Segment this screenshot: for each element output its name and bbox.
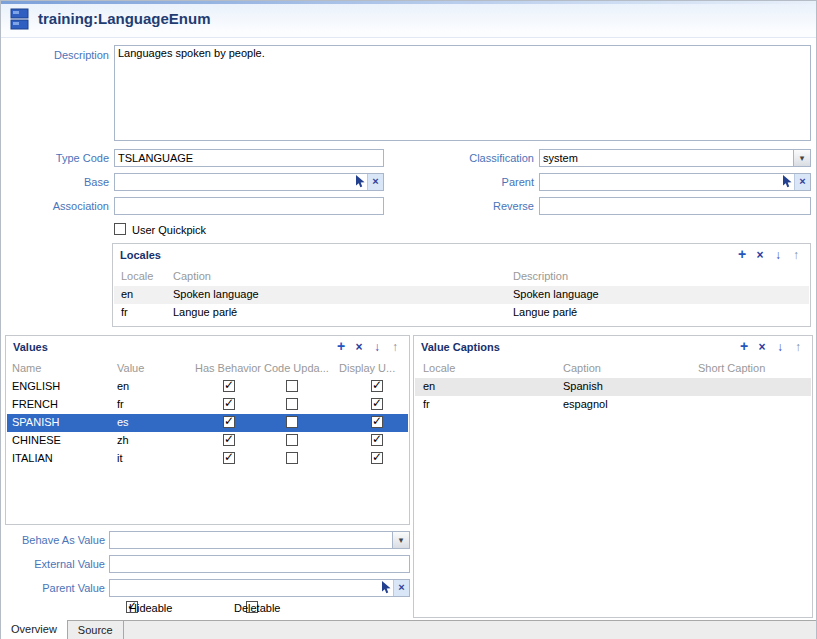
- move-down-icon[interactable]: ↓: [769, 247, 787, 263]
- locales-section: Locales + × ↓ ↑ Locale Caption Descripti…: [112, 243, 811, 327]
- behave-as-value-select[interactable]: ▾: [109, 531, 410, 549]
- display-update-checkbox[interactable]: [371, 416, 383, 428]
- parent-input[interactable]: [540, 175, 779, 189]
- value-captions-section: Value Captions + × ↓ ↑ Locale Caption Sh…: [413, 335, 813, 618]
- display-update-checkbox[interactable]: [371, 434, 383, 446]
- move-down-icon[interactable]: ↓: [771, 339, 789, 355]
- delete-icon[interactable]: ×: [753, 339, 771, 355]
- parent-field: ×: [539, 173, 811, 191]
- column-header: Locale: [423, 362, 455, 374]
- has-behavior-checkbox[interactable]: [223, 398, 235, 410]
- value-captions-table-header: Locale Caption Short Caption: [415, 362, 811, 378]
- type-code-label: Type Code: [1, 152, 109, 164]
- cell-name: CHINESE: [12, 434, 61, 446]
- classification-select[interactable]: system ▾: [539, 149, 811, 167]
- display-update-checkbox[interactable]: [371, 452, 383, 464]
- add-icon[interactable]: +: [332, 339, 350, 355]
- user-quickpick-label: User Quickpick: [132, 224, 206, 236]
- tab-source[interactable]: Source: [68, 621, 124, 639]
- external-value-input[interactable]: [109, 555, 410, 573]
- chevron-down-icon[interactable]: ▾: [793, 150, 810, 166]
- code-update-checkbox[interactable]: [286, 452, 298, 464]
- values-row[interactable]: SPANISH es: [7, 414, 408, 432]
- base-input[interactable]: [115, 175, 352, 189]
- has-behavior-checkbox[interactable]: [223, 452, 235, 464]
- cell-description: Spoken language: [513, 288, 599, 300]
- cell-caption: Spanish: [563, 380, 603, 392]
- cell-value: zh: [117, 434, 129, 446]
- chevron-down-icon[interactable]: ▾: [392, 532, 409, 548]
- delete-icon[interactable]: ×: [751, 247, 769, 263]
- association-input[interactable]: [114, 197, 384, 215]
- column-header: Caption: [173, 270, 211, 282]
- values-toolbar: + × ↓ ↑: [332, 339, 404, 355]
- values-row[interactable]: ENGLISH en: [7, 378, 408, 396]
- move-up-icon[interactable]: ↑: [789, 339, 807, 355]
- display-update-checkbox[interactable]: [371, 398, 383, 410]
- clear-icon[interactable]: ×: [393, 580, 409, 596]
- values-title: Values: [13, 341, 48, 353]
- cell-caption: Langue parlé: [173, 306, 237, 318]
- locale-row[interactable]: fr Langue parlé Langue parlé: [114, 304, 809, 322]
- code-update-checkbox[interactable]: [286, 434, 298, 446]
- locale-row[interactable]: en Spoken language Spoken language: [114, 286, 809, 304]
- cell-caption: Spoken language: [173, 288, 259, 300]
- move-up-icon[interactable]: ↑: [787, 247, 805, 263]
- cell-name: ENGLISH: [12, 380, 60, 392]
- values-row[interactable]: ITALIAN it: [7, 450, 408, 468]
- base-field: ×: [114, 173, 384, 191]
- add-icon[interactable]: +: [733, 247, 751, 263]
- base-label: Base: [1, 176, 109, 188]
- has-behavior-checkbox[interactable]: [223, 380, 235, 392]
- move-down-icon[interactable]: ↓: [368, 339, 386, 355]
- enum-type-icon: [10, 8, 31, 33]
- column-header: Locale: [121, 270, 153, 282]
- values-row[interactable]: FRENCH fr: [7, 396, 408, 414]
- code-update-checkbox[interactable]: [286, 398, 298, 410]
- cell-value: en: [117, 380, 129, 392]
- column-header: Name: [12, 362, 41, 374]
- reverse-input[interactable]: [539, 197, 811, 215]
- hideable-label: Hideable: [129, 602, 172, 614]
- locales-title: Locales: [120, 249, 161, 261]
- user-quickpick-checkbox[interactable]: [114, 223, 126, 235]
- value-caption-row[interactable]: en Spanish: [415, 378, 811, 396]
- clear-icon[interactable]: ×: [794, 174, 810, 190]
- has-behavior-checkbox[interactable]: [223, 434, 235, 446]
- value-captions-title: Value Captions: [421, 341, 500, 353]
- clear-icon[interactable]: ×: [367, 174, 383, 190]
- move-up-icon[interactable]: ↑: [386, 339, 404, 355]
- delete-icon[interactable]: ×: [350, 339, 368, 355]
- picker-arrow-icon[interactable]: [352, 175, 367, 189]
- parent-value-input[interactable]: [110, 581, 378, 595]
- description-label: Description: [1, 49, 109, 61]
- editor-tab-bar: Overview Source: [1, 620, 816, 639]
- column-header: Value: [117, 362, 144, 374]
- add-icon[interactable]: +: [735, 339, 753, 355]
- column-header: Has Behavior: [195, 362, 261, 374]
- header-gradient-strip: [1, 1, 816, 4]
- value-caption-row[interactable]: fr espagnol: [415, 396, 811, 414]
- deletable-label: Deletable: [234, 602, 280, 614]
- editor-header: training:LanguageEnum: [1, 1, 816, 38]
- behave-as-value: [110, 532, 392, 548]
- parent-value-label: Parent Value: [0, 582, 105, 594]
- column-header: Code Upda...: [264, 362, 329, 374]
- tab-overview[interactable]: Overview: [1, 620, 68, 639]
- parent-value-field: ×: [109, 579, 410, 597]
- cell-locale: fr: [423, 398, 430, 410]
- picker-arrow-icon[interactable]: [378, 581, 393, 595]
- code-update-checkbox[interactable]: [286, 380, 298, 392]
- type-code-input[interactable]: [114, 149, 384, 167]
- description-input[interactable]: Languages spoken by people.: [114, 45, 811, 141]
- display-update-checkbox[interactable]: [371, 380, 383, 392]
- cell-name: ITALIAN: [12, 452, 53, 464]
- column-header: Short Caption: [698, 362, 765, 374]
- enum-editor-window: training:LanguageEnum Description Langua…: [0, 0, 817, 639]
- external-value-label: External Value: [0, 558, 105, 570]
- has-behavior-checkbox[interactable]: [223, 416, 235, 428]
- locales-table-header: Locale Caption Description: [114, 270, 809, 286]
- values-row[interactable]: CHINESE zh: [7, 432, 408, 450]
- code-update-checkbox[interactable]: [286, 416, 298, 428]
- picker-arrow-icon[interactable]: [779, 175, 794, 189]
